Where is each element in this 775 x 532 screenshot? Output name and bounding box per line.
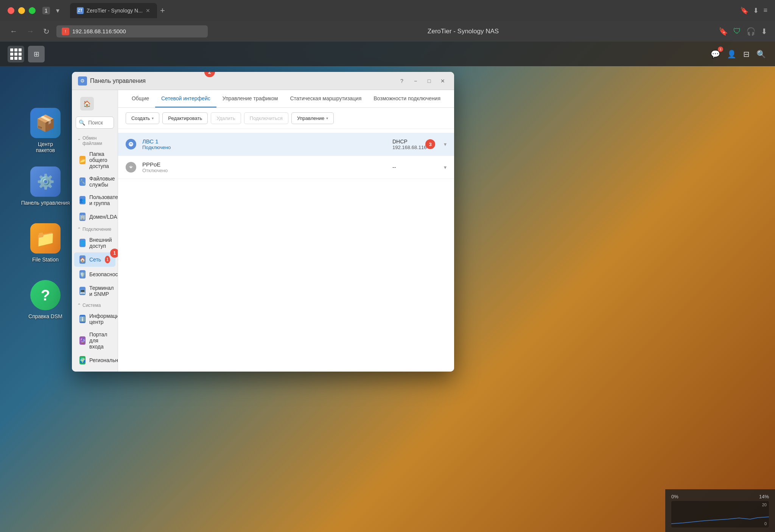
cp-close-button[interactable]: ✕: [437, 76, 448, 86]
file-services-label: Файловые службы: [89, 176, 115, 188]
file-station-icon[interactable]: 📁 File Station: [21, 223, 70, 263]
tab-connectivity[interactable]: Возможности подключения: [367, 90, 447, 107]
dsm-apps-button[interactable]: [8, 46, 24, 62]
sidebar-item-file-services[interactable]: 🔧 Файловые службы: [74, 173, 115, 191]
bookmark-page-icon[interactable]: 🔖: [719, 27, 728, 36]
sidebar-item-terminal[interactable]: 💻 Терминал и SNMP: [74, 282, 115, 300]
download-icon[interactable]: ⬇: [753, 6, 759, 15]
dsm-help-icon[interactable]: ? Справка DSM: [21, 280, 70, 319]
shared-folder-label: Папка общего доступа: [89, 151, 110, 169]
user-icon[interactable]: 👤: [725, 48, 738, 60]
control-panel-label: Панель управления: [21, 200, 70, 206]
back-button[interactable]: ←: [8, 25, 20, 37]
package-center-icon-img: 📦: [30, 108, 61, 138]
collapse-connectivity-icon[interactable]: ⌃: [77, 227, 81, 232]
tab-general[interactable]: Общие: [126, 90, 155, 107]
net-item-lvc1[interactable]: ЛВС 1 Подключено DHCP 192.168.68.116 3 ▾: [118, 133, 454, 156]
delete-button[interactable]: Удалить: [211, 112, 241, 124]
sidebar-item-domain[interactable]: 🏢 Домен/LDAP: [74, 210, 115, 224]
cp-maximize-button[interactable]: □: [424, 76, 434, 86]
close-button[interactable]: [8, 7, 14, 14]
control-panel-window: 2 ⚙ Панель управления ? − □ ✕ 🏠 🔍: [72, 72, 454, 372]
tab-static-routing[interactable]: Статическая маршрутизация: [284, 90, 368, 107]
security-icon: 🛡️: [79, 270, 86, 278]
file-sharing-header: ⌃ Обмен файлами: [72, 133, 118, 148]
net-item-pppoe[interactable]: PPPoE Отключено -- ▾: [118, 156, 454, 179]
sidebar-item-info-center[interactable]: ℹ️ Информационный центр: [74, 310, 115, 328]
active-tab[interactable]: ZT ZeroTier - Synology N... ✕: [70, 3, 157, 18]
lvc1-info: ЛВС 1 Подключено: [142, 138, 386, 150]
notification-icon[interactable]: 💬 1: [709, 48, 722, 60]
chart-canvas: 20 0: [671, 501, 769, 527]
sidebar-item-regional[interactable]: 🌍 Региональные: [74, 353, 115, 367]
package-center-icon[interactable]: 📦 Центрпакетов: [21, 108, 70, 153]
bookmarks-icon[interactable]: 🔖: [740, 6, 749, 15]
user-group-label: Пользователь и группа: [89, 194, 118, 206]
shield-icon[interactable]: 🛡: [733, 27, 741, 36]
menu-icon[interactable]: ≡: [763, 6, 767, 15]
collapse-icon[interactable]: ⌃: [77, 138, 81, 143]
browser-titlebar: 1 ▾ ZT ZeroTier - Synology N... ✕ + 🔖 ⬇ …: [0, 0, 775, 21]
cp-help-button[interactable]: ?: [397, 76, 407, 86]
sidebar-item-security[interactable]: 🛡️ Безопасность: [74, 267, 115, 282]
pppoe-icon: [126, 162, 136, 173]
network-label: Сеть: [89, 257, 101, 263]
connectivity-label: Подключение: [82, 227, 111, 232]
sidebar-item-login-portal[interactable]: 🔮 Портал для входа: [74, 328, 115, 353]
forward-button[interactable]: →: [24, 25, 36, 37]
terminal-icon: 💻: [79, 287, 86, 295]
lvc1-status: Подключено: [142, 145, 386, 150]
tab-number-badge: 1: [42, 7, 50, 14]
collapse-system-icon[interactable]: ⌃: [77, 303, 81, 308]
connect-button[interactable]: Подключиться: [244, 112, 288, 124]
pppoe-type: --: [392, 164, 438, 170]
browser-chrome: 1 ▾ ZT ZeroTier - Synology N... ✕ + 🔖 ⬇ …: [0, 0, 775, 42]
tab-dropdown-button[interactable]: ▾: [54, 6, 61, 15]
headset-icon[interactable]: 🎧: [746, 27, 756, 36]
sidebar-item-external-access[interactable]: 🌐 Внешний доступ: [74, 234, 115, 252]
chart-svg: [671, 501, 769, 527]
sidebar-item-network[interactable]: 🏠 Сеть 1 1: [74, 252, 115, 267]
control-panel-desktop-icon[interactable]: ⚙️ Панель управления: [21, 166, 70, 206]
taskbar-icon[interactable]: ⊟: [742, 48, 751, 60]
sidebar-item-user-group[interactable]: 👥 Пользователь и группа: [74, 191, 115, 209]
security-warning-icon: !: [62, 28, 69, 35]
search-topbar-icon[interactable]: 🔍: [755, 48, 767, 60]
dsm-topbar: ⊞ 💬 1 👤 ⊟ 🔍: [0, 42, 775, 66]
minimize-button[interactable]: [18, 7, 25, 14]
lvc1-expand-icon[interactable]: ▾: [444, 141, 447, 147]
system-header: ⌃ Система: [72, 300, 118, 310]
pppoe-expand-icon[interactable]: ▾: [444, 164, 447, 170]
dsm-second-button[interactable]: ⊞: [28, 46, 45, 62]
login-portal-icon: 🔮: [79, 336, 86, 345]
login-portal-label: Портал для входа: [89, 331, 110, 350]
network-icon: 🏠: [79, 255, 86, 264]
chart-panel: 0% 14% 20 0: [665, 489, 775, 532]
cp-title: ⚙ Панель управления: [78, 76, 146, 86]
edit-button[interactable]: Редактировать: [162, 112, 208, 124]
connectivity-header: ⌃ Подключение: [72, 224, 118, 233]
address-bar[interactable]: ! 192.168.68.116:5000: [56, 25, 208, 37]
sidebar-home-button[interactable]: 🏠: [80, 97, 94, 110]
sidebar-item-shared-folder[interactable]: 📂 Папка общего доступа: [74, 148, 115, 172]
external-access-icon: 🌐: [79, 239, 86, 247]
file-sharing-label: Обмен файлами: [82, 135, 112, 146]
maximize-button[interactable]: [29, 7, 36, 14]
tab-label: ZeroTier - Synology N...: [87, 8, 143, 14]
cp-minimize-button[interactable]: −: [410, 76, 421, 86]
traffic-lights: [8, 7, 36, 14]
tab-close-button[interactable]: ✕: [146, 8, 150, 14]
chart-label2: 14%: [759, 494, 769, 499]
manage-button[interactable]: Управление ▾: [291, 112, 334, 124]
manage-dropdown-icon: ▾: [326, 116, 328, 120]
download-manager-icon[interactable]: ⬇: [761, 27, 767, 36]
reload-button[interactable]: ↻: [41, 25, 52, 37]
chart-label1: 0%: [671, 494, 679, 499]
cp-main: Общие Сетевой интерфейс Управление трафи…: [118, 90, 454, 372]
tab-traffic-mgmt[interactable]: Управление трафиком: [216, 90, 284, 107]
create-button[interactable]: Создать ▾: [126, 112, 159, 124]
new-tab-button[interactable]: +: [160, 6, 165, 16]
regional-label: Региональные: [89, 357, 118, 363]
tab-network-interface[interactable]: Сетевой интерфейс: [155, 90, 216, 107]
step-badge-1: 1: [110, 249, 118, 258]
